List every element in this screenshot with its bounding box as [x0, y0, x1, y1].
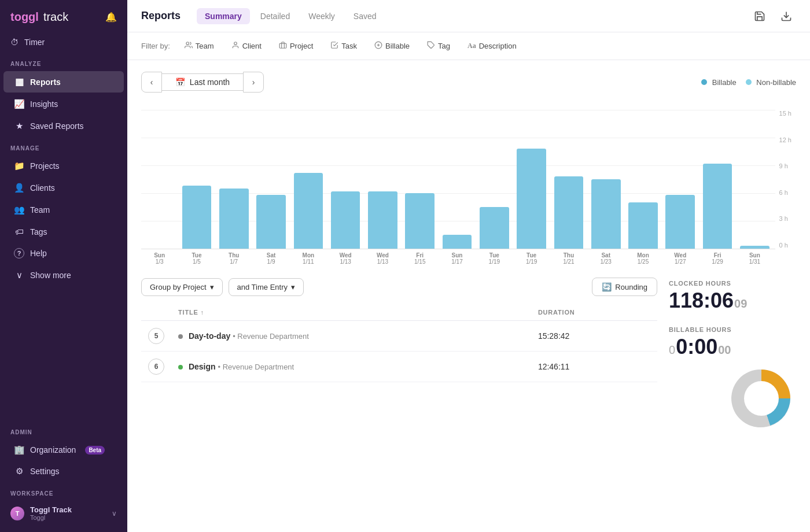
group-by-chevron-icon: ▾: [210, 283, 214, 291]
chart-wrapper: 15 h 12 h 9 h 6 h 3 h 0 h: [141, 110, 796, 266]
chart-bar[interactable]: [665, 195, 695, 249]
chart-bar[interactable]: [368, 191, 397, 249]
col-title[interactable]: TITLE: [171, 304, 531, 321]
project-filter-icon: [279, 41, 287, 51]
row-badge-cell: 6: [141, 352, 171, 382]
billable-filter-icon: [374, 41, 382, 51]
tag-filter-icon: [427, 41, 435, 51]
download-button[interactable]: [776, 6, 796, 26]
svg-point-9: [744, 381, 779, 416]
chart-column: Thu1/21: [550, 110, 587, 249]
chart-bar[interactable]: [256, 195, 286, 249]
sidebar-item-reports[interactable]: ▦ Reports: [3, 71, 124, 93]
date-prev-button[interactable]: ‹: [141, 72, 162, 93]
chart-bar[interactable]: [219, 189, 249, 249]
sidebar-item-team[interactable]: 👥 Team: [3, 200, 124, 220]
chart-column: Sun1/17: [439, 110, 475, 249]
y-label-0: 0 h: [779, 242, 791, 249]
chart-bar[interactable]: [554, 176, 584, 249]
sidebar-show-more[interactable]: ∨ Show more: [3, 265, 124, 286]
filter-description[interactable]: Aa Description: [461, 39, 523, 53]
filter-client[interactable]: Client: [225, 38, 268, 54]
sidebar-item-tags[interactable]: 🏷 Tags: [3, 221, 124, 242]
projects-icon: 📁: [14, 161, 24, 171]
insights-icon: 📈: [14, 99, 24, 109]
workspace-avatar: T: [10, 507, 24, 520]
table-row[interactable]: 5 Day-to-day • Revenue Department 15:28:…: [141, 321, 657, 352]
tags-icon: 🏷: [14, 227, 24, 237]
filter-task[interactable]: Task: [324, 38, 363, 54]
chart-column: Tue1/19: [476, 110, 513, 249]
bell-icon[interactable]: 🔔: [105, 12, 117, 23]
filter-billable[interactable]: Billable: [368, 38, 416, 54]
chart-bar[interactable]: [740, 246, 770, 249]
sidebar-item-organization[interactable]: 🏢 Organization Beta: [3, 439, 124, 460]
sidebar-item-saved-reports[interactable]: ★ Saved Reports: [3, 116, 124, 136]
filter-project[interactable]: Project: [273, 38, 319, 54]
timer-label: Timer: [24, 38, 45, 47]
sidebar-item-label: Settings: [30, 467, 60, 476]
sidebar-item-help[interactable]: ? Help: [3, 243, 124, 264]
sidebar-item-timer[interactable]: ⏱ Timer: [0, 32, 127, 53]
chart-bar[interactable]: [331, 191, 360, 249]
chart-bar[interactable]: [480, 207, 509, 249]
sidebar-item-insights[interactable]: 📈 Insights: [3, 94, 124, 114]
project-name: Day-to-day: [189, 331, 230, 341]
row-badge: 6: [148, 359, 164, 375]
non-billable-legend: Non-billable: [746, 78, 796, 87]
chart-bar[interactable]: [703, 164, 732, 249]
main-content: Reports Summary Detailed Weekly Saved Fi…: [127, 0, 810, 532]
sidebar-item-projects[interactable]: 📁 Projects: [3, 156, 124, 176]
y-label-9: 9 h: [779, 162, 791, 169]
chart-bar[interactable]: [405, 193, 435, 249]
chart-x-label: Thu1/21: [550, 252, 587, 265]
chart-bar[interactable]: [591, 179, 621, 249]
date-next-button[interactable]: ›: [243, 72, 264, 93]
chart-bar[interactable]: [294, 173, 323, 249]
tab-detailed[interactable]: Detailed: [252, 8, 298, 24]
sidebar-item-label: Projects: [30, 161, 60, 171]
tab-weekly[interactable]: Weekly: [300, 8, 343, 24]
group-by-dropdown[interactable]: Group by Project ▾: [141, 278, 223, 296]
table-right: CLOCKED HOURS 118:0609 BILLABLE HOURS 00…: [669, 278, 796, 435]
filter-tag[interactable]: Tag: [421, 38, 456, 54]
tab-summary[interactable]: Summary: [197, 8, 250, 24]
svg-point-2: [234, 42, 237, 45]
sidebar-item-label: Insights: [30, 99, 58, 109]
task-filter-icon: [330, 41, 338, 51]
chart-column: Sat1/9: [253, 110, 289, 249]
chart-x-label: Mon1/11: [290, 252, 326, 265]
filter-team[interactable]: Team: [178, 38, 220, 54]
chart-x-label: Sat1/9: [253, 252, 289, 265]
chevron-left-icon: ‹: [150, 77, 153, 87]
bar-chart: 15 h 12 h 9 h 6 h 3 h 0 h: [141, 104, 796, 266]
save-report-button[interactable]: [750, 6, 770, 26]
tab-saved[interactable]: Saved: [345, 8, 385, 24]
stats-box: CLOCKED HOURS 118:0609 BILLABLE HOURS 00…: [669, 278, 796, 435]
chart-bar[interactable]: [182, 186, 212, 249]
chart-bar[interactable]: [628, 202, 658, 249]
y-label-15: 15 h: [779, 110, 791, 117]
rounding-button[interactable]: 🔄 Rounding: [592, 278, 657, 296]
workspace-section-label: WORKSPACE: [0, 482, 127, 500]
date-range-label[interactable]: 📅 Last month: [162, 73, 243, 91]
chart-x-label: Tue1/19: [476, 252, 513, 265]
chart-bar[interactable]: [443, 235, 472, 249]
clocked-seconds: 09: [734, 297, 747, 310]
workspace-info: Toggl Track Toggl: [30, 505, 72, 521]
sidebar-item-clients[interactable]: 👤 Clients: [3, 178, 124, 198]
sidebar-item-label: Saved Reports: [30, 121, 84, 131]
row-duration: 12:46:11: [531, 352, 657, 382]
sidebar-item-settings[interactable]: ⚙ Settings: [3, 461, 124, 482]
billable-seconds: 00: [718, 343, 731, 356]
workspace-item[interactable]: T Toggl Track Toggl ∨: [0, 500, 127, 526]
table-section: Group by Project ▾ and Time Entry ▾ 🔄 Ro…: [141, 278, 796, 435]
chart-column: Fri1/29: [699, 110, 735, 249]
billable-prefix: 0: [669, 343, 675, 356]
project-client: • Revenue Department: [218, 363, 294, 371]
table-row[interactable]: 6 Design • Revenue Department 12:46:11: [141, 352, 657, 382]
chart-bar[interactable]: [517, 149, 546, 249]
chart-column: Sat1/23: [588, 110, 624, 249]
time-entry-dropdown[interactable]: and Time Entry ▾: [229, 278, 304, 296]
star-icon: ★: [14, 121, 24, 131]
